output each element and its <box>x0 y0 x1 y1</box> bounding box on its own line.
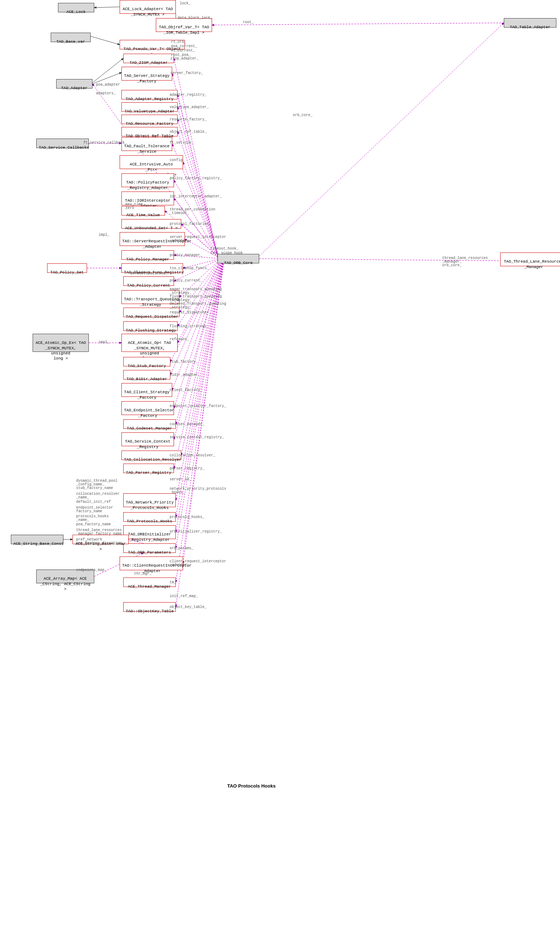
label-orb-core-right: orb_core_ <box>442 263 462 267</box>
label-rt-current: rt_current_ <box>171 49 195 52</box>
svg-line-3 <box>91 36 120 45</box>
label-object-key-table: object_key_table_ <box>170 605 206 609</box>
node-tao-objref-var: TAO_Objref_Var_T< TAO _IOR_Table_Impl > <box>156 18 212 32</box>
label-hooks: _hooks_ <box>170 491 185 494</box>
node-tao-bidir-adapter: TAO_BiDir_Adapter <box>123 370 170 379</box>
label-request-dispatcher: request_dispatcher_ <box>170 310 211 315</box>
label-default-policies: default_policies_ <box>131 272 168 275</box>
label-refcount: refcount_ <box>170 337 189 341</box>
node-tao-client-strategy-factory: TAO_Client_Strategy _Factory <box>122 383 172 397</box>
label-adapter2: _adapter_ <box>170 563 189 567</box>
node-tao-network-priority-protocols-hooks: TAO_Network_Priority _Protocols_Hooks <box>123 494 176 507</box>
svg-line-4 <box>92 59 123 83</box>
label-ft-service: ft_service_ <box>170 141 194 145</box>
node-tao-object-key-table: TAO::ObjectKey_Table <box>123 602 176 612</box>
label-timeout: _timeout_ <box>170 211 189 215</box>
label-adapter: _adapter_ <box>170 239 189 243</box>
node-ace-string-base-const: ACE_String_Base_Const <box>11 535 63 544</box>
label-stub-factory: stub_factory_ <box>170 360 198 364</box>
label-rt-orb: rt_orb_ <box>171 40 186 44</box>
node-tao-protocols-hooks: TAO_Protocols_Hooks <box>123 512 176 521</box>
label-ziop-adapter: ziop_adapter_ <box>170 57 198 60</box>
label-init-ref-map: init_ref_map_ <box>170 594 198 598</box>
node-tao-policy-set: TAO_Policy_Set <box>47 263 87 273</box>
node-tao-service-callbacks: TAO_Service_Callbacks <box>36 139 89 148</box>
label-orb-core-top: orb_core_ <box>293 113 312 117</box>
tao-protocols-hooks-label: TAO Protocols Hooks <box>227 783 275 789</box>
label-poa-factory-directive: poa_factory_directive_ <box>76 541 124 545</box>
svg-line-39 <box>176 260 222 424</box>
label-poa-current: poa_current_ <box>171 44 197 48</box>
node-tao-orb-parameters: TAO_ORB_Parameters <box>123 543 176 553</box>
label-strategy3: _strategy_ <box>170 305 191 309</box>
label-orbinitializer-registry: orbinitializer_registry_ <box>170 530 222 534</box>
node-tao-server-strategy-factory: TAO_Server_Strategy _Factory <box>122 67 172 80</box>
node-tao-resource-factory: TAO_Resource_Factory <box>122 115 178 124</box>
label-default-init-ref: default_init_ref <box>76 500 111 504</box>
node-tao-service-context-registry: TAO_Service_Context _Registry <box>122 432 174 446</box>
node-tao-adapter: TAO_Adapter <box>56 79 92 88</box>
label-valuetype-adapter: valuetype_adapter_ <box>170 105 209 109</box>
label-data-block-lock: data_block_lock_ <box>178 16 212 20</box>
label-adapter-registry: adapter_registry_ <box>170 93 206 97</box>
node-tao-parser-registry: TAO_Parser_Registry <box>123 464 174 473</box>
label-service-context-registry: service_context_registry_ <box>170 435 224 439</box>
svg-line-5 <box>92 73 122 84</box>
label-ft-service-callback: ft_service_callback_ <box>83 141 127 145</box>
label-manager-factory-name: _manager_factory_name <box>76 532 122 536</box>
label-endpoints-map: endpoints_map_ <box>76 568 106 572</box>
label-parser-registry: parser_registry_ <box>170 466 205 470</box>
label-name1: _name_ <box>76 495 89 500</box>
label-config: config_ <box>170 158 185 162</box>
label-root: root_ <box>243 20 254 24</box>
label-poa-factory-name: poa_factory_name <box>76 522 111 526</box>
node-tao-table-adapter: TAO_Table_Adapter <box>504 18 556 28</box>
node-ace-thread-manager: ACE_Thread_Manager <box>123 577 176 587</box>
label-orb-params: orb_params_ <box>170 546 194 550</box>
label-stub-factory-name: stub_factory_name <box>76 486 113 490</box>
label-timeout-hook: timeout_hook_ <box>210 247 238 251</box>
label-policy-factory-registry: policy_factory_registry_ <box>170 176 222 180</box>
node-tao-policy-factory-registry: TAO::PolicyFactory _Registry_Adapter <box>122 173 174 187</box>
label-protocols-hooks: protocols_hooks_ <box>170 515 205 519</box>
label-codeset-manager: codeset_manager_ <box>170 422 205 426</box>
node-ace-lock-adapter: ACE_Lock_Adapter< TAO _SYNCH_MUTEX > <box>120 0 176 14</box>
label-tm: tm_ <box>170 580 176 585</box>
label-policy-current: policy_current_ <box>170 279 202 282</box>
label-object-ref-table: object_ref_table_ <box>170 130 206 134</box>
label-name2: _name_ <box>76 518 89 522</box>
label-zero: zero <box>125 206 134 210</box>
label-resource-factory: resource_factory_ <box>170 117 206 122</box>
label-impl: impl_ <box>98 340 109 344</box>
label-endpoint-selector-factory: endpoint_selector_factory_ <box>170 404 226 408</box>
label-bidir-adapter: bidir_adapter_ <box>170 373 200 377</box>
node-tao-fault-tolerance: TAO_Fault_Tolerance _Service <box>122 137 172 151</box>
label-protocol-factories: protocol_factories_ <box>170 222 211 226</box>
node-tao-policy-current: TAO_Policy_Current <box>123 276 174 286</box>
label-thr-mgr: thr_mgr_ <box>134 572 151 576</box>
node-tao-codeset-manager: TAO_Codeset_Manager <box>123 420 176 429</box>
svg-line-0 <box>94 7 120 8</box>
node-tao-endpoint-selector-factory: TAO_Endpoint_Selector _Factory <box>122 401 174 415</box>
diagram-container: ACE_Lock ACE_Lock_Adapter< TAO _SYNCH_MU… <box>0 0 560 941</box>
node-ace-atomic-op-ex: ACE_Atomic_Op_Ex< TAO _SYNCH_MUTEX, unsi… <box>32 334 89 352</box>
node-tao-orb-core: TAO_ORB_Core <box>217 254 259 263</box>
label-client-factory: client_factory_ <box>170 388 202 392</box>
label-impl2: impl_ <box>98 233 109 237</box>
svg-line-13 <box>259 23 504 256</box>
label-factory-name: factory_name <box>76 509 102 513</box>
node-tao-adapter-registry: TAO_Adapter_Registry <box>122 90 178 99</box>
label-flushing-strategy: flushing_strategy_ <box>170 324 209 328</box>
node-tao-object-ref-table: TAO_Object_Ref_Table <box>122 127 178 136</box>
label-server-id: server_id_ <box>170 477 191 481</box>
node-tao-policy-manager: TAO_Policy_Manager <box>122 250 174 260</box>
label-lock: lock_ <box>180 2 191 5</box>
node-tao-base-var: TAO_Base_var <box>51 32 91 42</box>
node-ace-atomic-op: ACE_Atomic_Op< TAO _SYNCH_MUTEX, unsigne… <box>122 334 178 352</box>
label-server-factory: server_factory_ <box>170 71 203 75</box>
label-poa-adapter: poa_adapter <box>96 83 120 87</box>
label-sync-scope-hook: sync_scope_hook_ <box>210 251 245 255</box>
node-tao-stub-factory: TAO_Stub_Factory <box>123 357 170 366</box>
label-adaptors: adaptors_ <box>96 91 115 96</box>
node-tao-thread-lane-resources-manager: TAO_Thread_Lane_Resources _Manager <box>500 253 560 266</box>
